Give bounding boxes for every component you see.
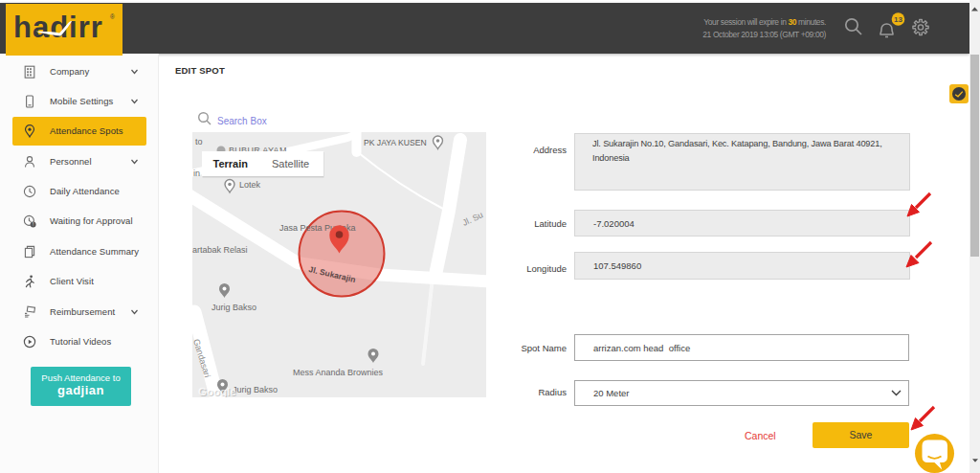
svg-text:Mess Ananda Brownies: Mess Ananda Brownies xyxy=(293,368,384,377)
svg-text:®: ® xyxy=(110,13,115,20)
svg-text:!: ! xyxy=(33,222,33,227)
svg-text:Satellite: Satellite xyxy=(272,158,309,169)
svg-text:13: 13 xyxy=(894,15,902,24)
svg-text:Google: Google xyxy=(198,386,236,397)
svg-text:in: in xyxy=(193,169,200,178)
svg-text:Jurig Bakso: Jurig Bakso xyxy=(233,385,278,394)
svg-text:artabak Relasi: artabak Relasi xyxy=(192,245,248,255)
svg-text:to: to xyxy=(195,137,203,146)
svg-text:Lotek: Lotek xyxy=(239,180,261,190)
svg-text:Jurig Bakso: Jurig Bakso xyxy=(212,303,256,312)
svg-text:Terrain: Terrain xyxy=(213,158,249,169)
svg-text:PK JAYA KUSEN: PK JAYA KUSEN xyxy=(364,138,427,147)
